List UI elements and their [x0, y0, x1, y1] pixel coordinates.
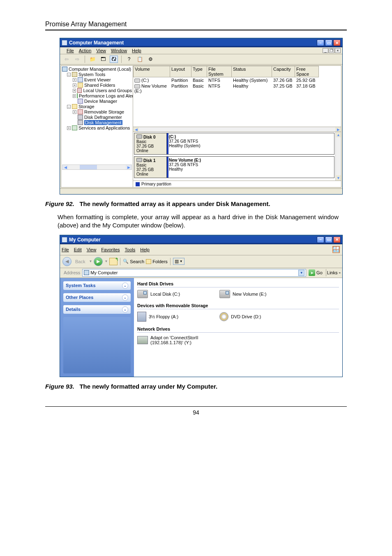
mc-titlebar[interactable]: My Computer – ▭ ✕ — [60, 235, 342, 244]
properties-icon[interactable]: 🗔 — [99, 56, 107, 63]
menu-file[interactable]: File — [62, 247, 69, 252]
tree-device-mgr[interactable]: Device Manager — [62, 99, 132, 104]
up-level-icon[interactable]: 📁 — [88, 56, 97, 63]
minimize-button[interactable]: – — [317, 39, 324, 46]
menu-help[interactable]: Help — [140, 247, 150, 252]
expand-icon[interactable]: + — [73, 83, 76, 87]
go-button[interactable]: ➤Go — [309, 269, 323, 276]
maximize-button[interactable]: ▭ — [325, 236, 332, 243]
tree-removable-storage[interactable]: +Removable Storage — [62, 109, 132, 115]
address-dropdown-icon[interactable]: ▼ — [298, 270, 304, 276]
tree-local-users[interactable]: +Local Users and Groups — [62, 88, 132, 93]
partition[interactable]: New Volume (E:) 37.25 GB NTFS Healthy — [167, 156, 334, 178]
menu-file[interactable]: File — [67, 48, 74, 53]
nav-forward-icon[interactable]: ⇨ — [73, 56, 81, 63]
tree-perf-logs[interactable]: +Performance Logs and Alerts — [62, 93, 132, 99]
tree-system-tools[interactable]: –System Tools — [62, 72, 132, 77]
volume-row[interactable]: (C:) PartitionBasicNTFSHealthy (System)3… — [133, 77, 341, 83]
drive-item[interactable]: 3½ Floppy (A:) — [137, 312, 219, 322]
volume-horizontal-scrollbar[interactable]: ◀▶ — [133, 127, 341, 132]
status-bar — [60, 188, 342, 194]
tree-root[interactable]: Computer Management (Local) — [62, 67, 132, 72]
mgmt-titlebar[interactable]: Computer Management – ▭ ✕ — [60, 38, 342, 47]
col-filesystem[interactable]: File System — [207, 66, 232, 77]
disk-row[interactable]: Disk 0 Basic37.26 GBOnline (C:) 37.26 GB… — [134, 133, 334, 155]
drive-item[interactable]: DVD Drive (D:) — [219, 312, 302, 322]
tree-services[interactable]: +Services and Applications — [62, 125, 132, 131]
expand-icon[interactable]: + — [73, 94, 76, 98]
collapse-icon[interactable]: – — [67, 105, 71, 109]
settings-icon[interactable]: ⚙ — [146, 56, 154, 63]
expand-icon[interactable]: + — [73, 78, 76, 82]
menu-view[interactable]: View — [96, 48, 106, 53]
tree-disk-defragmenter[interactable]: Disk Defragmenter — [62, 115, 132, 120]
maximize-button[interactable]: ▭ — [325, 39, 332, 46]
address-input[interactable]: My Computer ▼ — [82, 269, 306, 277]
legend-label: Primary partition — [141, 182, 171, 186]
tree-shared-folders[interactable]: +Shared Folders — [62, 83, 132, 88]
system-tasks-section[interactable]: System Tasks⌄ — [63, 281, 131, 290]
menu-favorites[interactable]: Favorites — [101, 247, 120, 252]
chevron-down-icon[interactable]: ⌄ — [122, 294, 128, 301]
close-button[interactable]: ✕ — [333, 236, 341, 243]
back-button[interactable]: ◀ — [62, 257, 71, 266]
mc-toolbar: ◀ Back▼ ▶▼ ↰ 🔍Search Folders ▥▼ — [60, 255, 342, 268]
col-volume[interactable]: Volume — [133, 66, 170, 77]
tools-icon — [72, 72, 77, 77]
refresh-icon[interactable]: 🗘 — [110, 56, 118, 63]
volume-row[interactable]: New Volume (E:) PartitionBasicNTFSHealth… — [133, 83, 341, 94]
col-capacity[interactable]: Capacity — [272, 66, 295, 77]
other-places-section[interactable]: Other Places⌄ — [63, 293, 131, 302]
menu-tools[interactable]: Tools — [125, 247, 136, 252]
chevron-down-icon[interactable]: ⌄ — [122, 283, 128, 289]
mdi-restore-button[interactable]: ❐ — [329, 48, 334, 53]
col-freespace[interactable]: Free Space — [295, 66, 319, 77]
address-label: Address — [62, 270, 82, 276]
mdi-close-button[interactable]: × — [335, 48, 341, 53]
chevron-down-icon[interactable]: ⌄ — [122, 306, 128, 313]
mgmt-app-icon — [62, 40, 67, 46]
disk-icon — [136, 134, 142, 139]
links-label[interactable]: Links — [327, 270, 338, 275]
up-folder-button[interactable]: ↰ — [109, 258, 118, 265]
menu-window[interactable]: Window — [111, 48, 127, 53]
col-type[interactable]: Type — [191, 66, 207, 77]
menu-edit[interactable]: Edit — [74, 247, 82, 252]
page-number: 94 — [45, 406, 347, 416]
up-arrow-icon: ↰ — [115, 257, 118, 262]
help-icon[interactable]: ? — [125, 56, 133, 63]
nav-back-icon[interactable]: ⇦ — [62, 56, 71, 63]
search-button[interactable]: 🔍Search — [123, 259, 144, 264]
tree-event-viewer[interactable]: +Event Viewer — [62, 77, 132, 83]
minimize-button[interactable]: – — [317, 236, 324, 243]
mdi-minimize-button[interactable]: _ — [323, 48, 328, 53]
details-section[interactable]: Details⌄ — [63, 305, 131, 314]
disk-row[interactable]: Disk 1 Basic37.25 GBOnline New Volume (E… — [134, 156, 334, 178]
folders-button[interactable]: Folders — [146, 259, 168, 264]
menu-help[interactable]: Help — [132, 48, 141, 53]
expand-icon[interactable]: + — [73, 89, 76, 93]
tree-storage[interactable]: –Storage — [62, 104, 132, 109]
drive-item[interactable]: New Volume (E:) — [219, 290, 302, 298]
views-button[interactable]: ▥▼ — [173, 258, 184, 265]
views-icon: ▥ — [175, 259, 179, 264]
tree-horizontal-scrollbar[interactable]: ◀▶ — [62, 164, 132, 170]
computer-management-window: Computer Management – ▭ ✕ File Action Vi… — [60, 38, 343, 195]
expand-icon[interactable]: + — [73, 110, 76, 114]
drive-item[interactable]: Adapt on 'ConnectStorII(192.168.1.178)' … — [137, 335, 219, 345]
col-layout[interactable]: Layout — [170, 66, 191, 77]
col-status[interactable]: Status — [232, 66, 272, 77]
list-icon[interactable]: 📋 — [136, 56, 144, 63]
windows-flag-icon: 🪟 — [332, 246, 340, 253]
menu-view[interactable]: View — [87, 247, 97, 252]
partition[interactable]: (C:) 37.26 GB NTFS Healthy (System) — [167, 133, 334, 155]
collapse-icon[interactable]: – — [67, 73, 71, 76]
drive-item[interactable]: Local Disk (C:) — [137, 290, 219, 298]
forward-button[interactable]: ▶ — [94, 257, 103, 266]
expand-icon[interactable]: + — [67, 126, 71, 130]
disk-vertical-scrollbar[interactable]: ▲▼ — [335, 132, 341, 181]
menu-action[interactable]: Action — [79, 48, 92, 53]
tree-disk-management[interactable]: Disk Management — [62, 120, 132, 125]
close-button[interactable]: ✕ — [333, 39, 341, 46]
services-icon — [72, 125, 77, 130]
